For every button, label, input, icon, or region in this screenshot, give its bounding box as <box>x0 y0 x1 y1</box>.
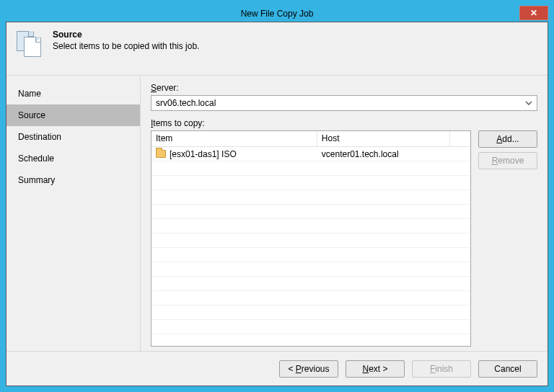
wizard-nav: Name Source Destination Schedule Summary <box>6 76 141 351</box>
next-button[interactable]: Next > <box>346 360 405 378</box>
items-grid-wrap: Item Host [esx01-das1] ISO <box>151 130 471 347</box>
wizard-footer: < Previous Next > Finish Cancel <box>6 351 548 386</box>
wizard-body: Name Source Destination Schedule Summary… <box>6 76 548 351</box>
window-body: Source Select items to be copied with th… <box>6 22 548 386</box>
server-label: Server: <box>151 83 537 93</box>
table-row[interactable]: [esx01-das1] ISO vcenter01.tech.local <box>151 147 470 161</box>
wizard-content: Server: srv06.tech.local Items to copy: <box>141 76 548 351</box>
previous-button[interactable]: < Previous <box>279 360 338 378</box>
column-header-host[interactable]: Host <box>317 131 450 146</box>
add-button[interactable]: Add... <box>478 130 537 148</box>
nav-item-name[interactable]: Name <box>6 83 140 104</box>
nav-item-schedule[interactable]: Schedule <box>6 148 140 169</box>
window-frame: New File Copy Job ✕ Source Select items … <box>0 0 554 392</box>
column-header-item[interactable]: Item <box>151 131 317 146</box>
row-host-text: vcenter01.tech.local <box>317 149 470 159</box>
items-side-buttons: Add... Remove <box>478 130 537 347</box>
server-select[interactable]: srv06.tech.local <box>151 95 537 111</box>
items-area: Item Host [esx01-das1] ISO <box>151 130 537 347</box>
titlebar: New File Copy Job ✕ <box>6 6 548 22</box>
close-button[interactable]: ✕ <box>519 6 548 20</box>
items-grid: Item Host [esx01-das1] ISO <box>151 130 471 347</box>
server-select-value: srv06.tech.local <box>156 98 216 108</box>
header-title: Source <box>53 30 199 40</box>
remove-button[interactable]: Remove <box>478 152 537 169</box>
items-label: Items to copy: <box>151 118 537 128</box>
folder-icon <box>156 150 166 158</box>
items-grid-header: Item Host <box>151 131 470 147</box>
nav-item-source[interactable]: Source <box>6 104 140 126</box>
header-subtitle: Select items to be copied with this job. <box>53 41 199 51</box>
wizard-header: Source Select items to be copied with th… <box>6 22 548 76</box>
row-item-text: [esx01-das1] ISO <box>170 149 237 159</box>
nav-item-summary[interactable]: Summary <box>6 169 140 191</box>
items-grid-body: [esx01-das1] ISO vcenter01.tech.local <box>151 147 470 346</box>
cancel-button[interactable]: Cancel <box>478 360 537 378</box>
column-header-spacer <box>450 131 470 146</box>
copy-pages-icon <box>17 31 44 58</box>
nav-item-destination[interactable]: Destination <box>6 126 140 148</box>
header-text: Source Select items to be copied with th… <box>53 30 199 68</box>
finish-button[interactable]: Finish <box>412 360 471 378</box>
window-title: New File Copy Job <box>6 9 548 19</box>
close-icon: ✕ <box>530 8 537 18</box>
chevron-down-icon <box>525 99 532 106</box>
